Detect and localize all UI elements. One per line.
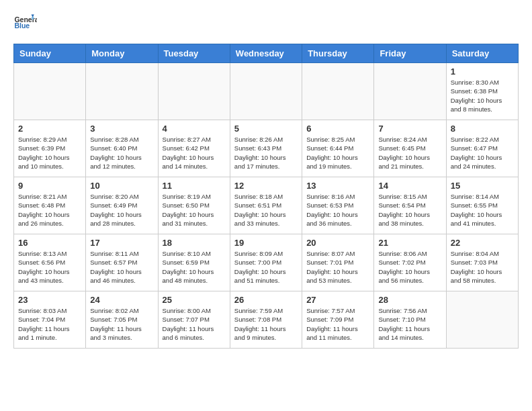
day-info: Sunrise: 8:27 AM Sunset: 6:42 PM Dayligh… — [163, 135, 226, 171]
day-number: 13 — [306, 181, 369, 191]
day-number: 18 — [163, 238, 226, 248]
day-number: 22 — [451, 238, 514, 248]
calendar-cell: 10Sunrise: 8:20 AM Sunset: 6:49 PM Dayli… — [86, 177, 158, 234]
calendar-cell: 14Sunrise: 8:15 AM Sunset: 6:54 PM Dayli… — [374, 177, 446, 234]
calendar-cell: 6Sunrise: 8:25 AM Sunset: 6:44 PM Daylig… — [302, 120, 374, 177]
calendar-cell: 1Sunrise: 8:30 AM Sunset: 6:38 PM Daylig… — [446, 63, 518, 120]
day-info: Sunrise: 8:25 AM Sunset: 6:44 PM Dayligh… — [306, 135, 369, 171]
day-info: Sunrise: 8:30 AM Sunset: 6:38 PM Dayligh… — [451, 78, 514, 113]
day-number: 8 — [451, 124, 514, 134]
day-number: 3 — [90, 124, 153, 134]
day-number: 27 — [306, 295, 369, 305]
day-info: Sunrise: 8:18 AM Sunset: 6:51 PM Dayligh… — [234, 192, 298, 228]
calendar-cell: 28Sunrise: 7:56 AM Sunset: 7:10 PM Dayli… — [374, 291, 446, 349]
day-info: Sunrise: 7:56 AM Sunset: 7:10 PM Dayligh… — [378, 306, 441, 342]
calendar-cell — [158, 63, 230, 120]
day-info: Sunrise: 8:00 AM Sunset: 7:07 PM Dayligh… — [163, 306, 226, 342]
calendar-cell: 22Sunrise: 8:04 AM Sunset: 7:03 PM Dayli… — [446, 234, 518, 291]
calendar-cell: 16Sunrise: 8:13 AM Sunset: 6:56 PM Dayli… — [14, 234, 86, 291]
calendar-cell: 9Sunrise: 8:21 AM Sunset: 6:48 PM Daylig… — [14, 177, 86, 234]
day-number: 20 — [306, 238, 369, 248]
svg-text:Blue: Blue — [14, 21, 30, 30]
day-info: Sunrise: 8:13 AM Sunset: 6:56 PM Dayligh… — [18, 249, 81, 285]
day-info: Sunrise: 8:10 AM Sunset: 6:59 PM Dayligh… — [163, 249, 226, 285]
calendar-cell: 23Sunrise: 8:03 AM Sunset: 7:04 PM Dayli… — [14, 291, 86, 349]
calendar-cell: 25Sunrise: 8:00 AM Sunset: 7:07 PM Dayli… — [158, 291, 230, 349]
day-number: 7 — [378, 124, 441, 134]
day-info: Sunrise: 8:07 AM Sunset: 7:01 PM Dayligh… — [306, 249, 369, 285]
day-number: 4 — [163, 124, 226, 134]
calendar-cell: 5Sunrise: 8:26 AM Sunset: 6:43 PM Daylig… — [230, 120, 302, 177]
day-header-wednesday: Wednesday — [230, 44, 302, 63]
day-info: Sunrise: 8:02 AM Sunset: 7:05 PM Dayligh… — [90, 306, 153, 342]
day-number: 1 — [451, 66, 514, 77]
calendar-cell — [14, 63, 86, 120]
day-number: 16 — [18, 238, 81, 248]
day-header-saturday: Saturday — [446, 44, 518, 63]
week-row-1: 1Sunrise: 8:30 AM Sunset: 6:38 PM Daylig… — [14, 63, 519, 120]
day-number: 9 — [18, 181, 81, 191]
calendar-cell — [446, 291, 518, 349]
calendar-cell — [86, 63, 158, 120]
calendar-cell: 4Sunrise: 8:27 AM Sunset: 6:42 PM Daylig… — [158, 120, 230, 177]
day-header-thursday: Thursday — [302, 44, 374, 63]
day-number: 19 — [234, 238, 298, 248]
day-info: Sunrise: 7:57 AM Sunset: 7:09 PM Dayligh… — [306, 306, 369, 342]
day-number: 14 — [378, 181, 441, 191]
calendar-cell: 19Sunrise: 8:09 AM Sunset: 7:00 PM Dayli… — [230, 234, 302, 291]
calendar-cell: 27Sunrise: 7:57 AM Sunset: 7:09 PM Dayli… — [302, 291, 374, 349]
calendar-cell: 18Sunrise: 8:10 AM Sunset: 6:59 PM Dayli… — [158, 234, 230, 291]
page-header: GeneralBlue — [13, 13, 519, 37]
calendar-cell: 13Sunrise: 8:16 AM Sunset: 6:53 PM Dayli… — [302, 177, 374, 234]
day-header-monday: Monday — [86, 44, 158, 63]
day-number: 23 — [18, 295, 81, 305]
calendar-cell: 11Sunrise: 8:19 AM Sunset: 6:50 PM Dayli… — [158, 177, 230, 234]
calendar-cell — [302, 63, 374, 120]
day-number: 17 — [90, 238, 153, 248]
week-row-4: 16Sunrise: 8:13 AM Sunset: 6:56 PM Dayli… — [14, 234, 519, 291]
calendar-cell: 26Sunrise: 7:59 AM Sunset: 7:08 PM Dayli… — [230, 291, 302, 349]
calendar-cell: 20Sunrise: 8:07 AM Sunset: 7:01 PM Dayli… — [302, 234, 374, 291]
calendar-cell: 7Sunrise: 8:24 AM Sunset: 6:45 PM Daylig… — [374, 120, 446, 177]
day-header-friday: Friday — [374, 44, 446, 63]
logo-icon: GeneralBlue — [13, 13, 37, 37]
day-header-sunday: Sunday — [14, 44, 86, 63]
day-info: Sunrise: 8:24 AM Sunset: 6:45 PM Dayligh… — [378, 135, 441, 171]
day-number: 25 — [163, 295, 226, 305]
day-info: Sunrise: 8:28 AM Sunset: 6:40 PM Dayligh… — [90, 135, 153, 171]
day-number: 10 — [90, 181, 153, 191]
day-info: Sunrise: 8:14 AM Sunset: 6:55 PM Dayligh… — [451, 192, 514, 228]
week-row-5: 23Sunrise: 8:03 AM Sunset: 7:04 PM Dayli… — [14, 291, 519, 349]
calendar-cell: 17Sunrise: 8:11 AM Sunset: 6:57 PM Dayli… — [86, 234, 158, 291]
day-info: Sunrise: 8:19 AM Sunset: 6:50 PM Dayligh… — [163, 192, 226, 228]
day-number: 6 — [306, 124, 369, 134]
day-number: 26 — [234, 295, 298, 305]
day-info: Sunrise: 8:15 AM Sunset: 6:54 PM Dayligh… — [378, 192, 441, 228]
calendar-cell: 12Sunrise: 8:18 AM Sunset: 6:51 PM Dayli… — [230, 177, 302, 234]
calendar-header-row: SundayMondayTuesdayWednesdayThursdayFrid… — [14, 44, 519, 63]
day-number: 24 — [90, 295, 153, 305]
day-info: Sunrise: 8:06 AM Sunset: 7:02 PM Dayligh… — [378, 249, 441, 285]
day-info: Sunrise: 8:04 AM Sunset: 7:03 PM Dayligh… — [451, 249, 514, 285]
calendar-cell: 15Sunrise: 8:14 AM Sunset: 6:55 PM Dayli… — [446, 177, 518, 234]
day-number: 15 — [451, 181, 514, 191]
day-info: Sunrise: 8:03 AM Sunset: 7:04 PM Dayligh… — [18, 306, 81, 342]
day-info: Sunrise: 8:21 AM Sunset: 6:48 PM Dayligh… — [18, 192, 81, 228]
day-number: 5 — [234, 124, 298, 134]
day-info: Sunrise: 8:29 AM Sunset: 6:39 PM Dayligh… — [18, 135, 81, 171]
calendar-cell — [230, 63, 302, 120]
day-info: Sunrise: 8:22 AM Sunset: 6:47 PM Dayligh… — [451, 135, 514, 171]
day-header-tuesday: Tuesday — [158, 44, 230, 63]
day-number: 28 — [378, 295, 441, 305]
day-info: Sunrise: 8:09 AM Sunset: 7:00 PM Dayligh… — [234, 249, 298, 285]
day-number: 11 — [163, 181, 226, 191]
calendar-cell: 21Sunrise: 8:06 AM Sunset: 7:02 PM Dayli… — [374, 234, 446, 291]
calendar-cell: 2Sunrise: 8:29 AM Sunset: 6:39 PM Daylig… — [14, 120, 86, 177]
calendar-cell — [374, 63, 446, 120]
day-info: Sunrise: 8:20 AM Sunset: 6:49 PM Dayligh… — [90, 192, 153, 228]
day-number: 21 — [378, 238, 441, 248]
day-info: Sunrise: 7:59 AM Sunset: 7:08 PM Dayligh… — [234, 306, 298, 342]
day-info: Sunrise: 8:26 AM Sunset: 6:43 PM Dayligh… — [234, 135, 298, 171]
day-info: Sunrise: 8:11 AM Sunset: 6:57 PM Dayligh… — [90, 249, 153, 285]
calendar-cell: 8Sunrise: 8:22 AM Sunset: 6:47 PM Daylig… — [446, 120, 518, 177]
